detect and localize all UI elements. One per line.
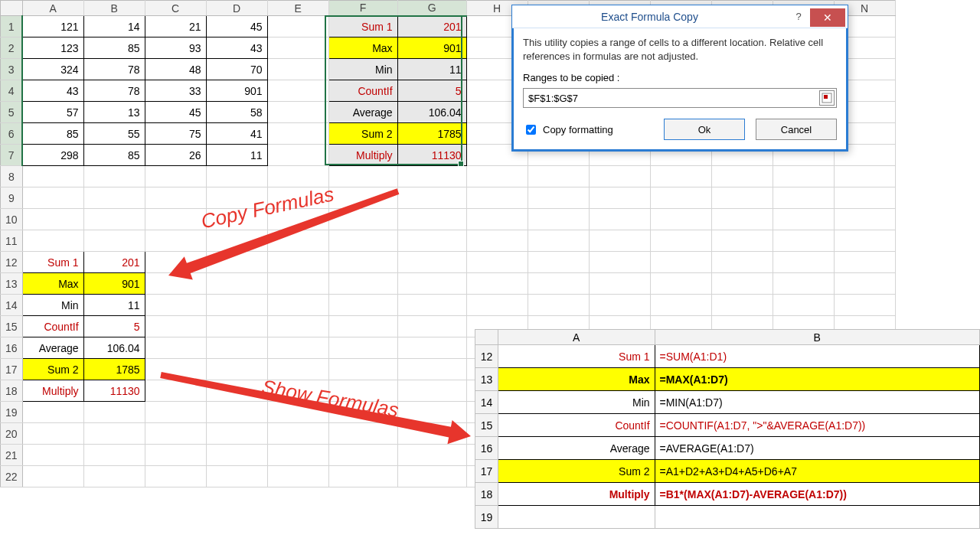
cell[interactable] bbox=[267, 380, 328, 402]
cell[interactable]: 201 bbox=[83, 252, 145, 273]
cell[interactable] bbox=[83, 402, 145, 423]
column-header[interactable]: B bbox=[83, 1, 145, 16]
cell[interactable] bbox=[206, 316, 267, 337]
cell[interactable]: =A1+D2+A3+D4+A5+D6+A7 bbox=[655, 460, 979, 483]
cell[interactable]: 78 bbox=[83, 59, 145, 80]
cell[interactable] bbox=[397, 423, 466, 445]
cell[interactable]: 106.04 bbox=[397, 102, 466, 123]
cell[interactable] bbox=[397, 466, 466, 487]
column-header[interactable]: A bbox=[22, 1, 83, 16]
cell[interactable] bbox=[834, 295, 895, 316]
cell[interactable] bbox=[711, 252, 773, 273]
row-header[interactable]: 17 bbox=[475, 460, 498, 483]
row-header[interactable]: 7 bbox=[1, 145, 23, 166]
cell[interactable] bbox=[328, 423, 397, 445]
cell[interactable]: 11130 bbox=[83, 380, 145, 402]
cell[interactable] bbox=[397, 252, 466, 273]
cell[interactable] bbox=[22, 166, 83, 187]
cell[interactable]: 201 bbox=[397, 16, 466, 37]
range-picker-icon[interactable] bbox=[819, 90, 835, 106]
cell[interactable] bbox=[328, 209, 397, 230]
cell[interactable] bbox=[267, 187, 328, 209]
cell[interactable]: 21 bbox=[145, 16, 206, 37]
cell[interactable] bbox=[206, 252, 267, 273]
cell[interactable] bbox=[22, 187, 83, 209]
row-header[interactable]: 12 bbox=[475, 345, 498, 368]
cell[interactable] bbox=[397, 273, 466, 295]
cell[interactable]: 5 bbox=[397, 80, 466, 102]
cell[interactable] bbox=[650, 230, 711, 252]
cell[interactable] bbox=[397, 295, 466, 316]
cell[interactable] bbox=[328, 466, 397, 487]
cell[interactable] bbox=[145, 187, 206, 209]
row-header[interactable]: 13 bbox=[1, 273, 23, 295]
cell[interactable] bbox=[834, 230, 895, 252]
cell[interactable] bbox=[267, 359, 328, 380]
cell[interactable] bbox=[328, 295, 397, 316]
row-header[interactable]: 1 bbox=[1, 16, 23, 37]
cell[interactable] bbox=[267, 466, 328, 487]
cell[interactable] bbox=[397, 445, 466, 466]
cell[interactable] bbox=[466, 295, 528, 316]
row-header[interactable]: 16 bbox=[1, 337, 23, 359]
row-header[interactable]: 2 bbox=[1, 37, 23, 59]
row-header[interactable]: 5 bbox=[1, 102, 23, 123]
cell[interactable] bbox=[834, 252, 895, 273]
cell[interactable] bbox=[650, 187, 711, 209]
cell[interactable] bbox=[397, 402, 466, 423]
cell[interactable]: 13 bbox=[83, 102, 145, 123]
column-header[interactable]: D bbox=[206, 1, 267, 16]
column-header[interactable]: A bbox=[498, 330, 655, 345]
cell[interactable] bbox=[206, 380, 267, 402]
cell[interactable] bbox=[145, 337, 206, 359]
cell[interactable]: Sum 2 bbox=[498, 460, 655, 483]
help-icon[interactable]: ? bbox=[787, 5, 810, 28]
cell[interactable] bbox=[206, 359, 267, 380]
cell[interactable] bbox=[83, 166, 145, 187]
row-header[interactable]: 10 bbox=[1, 209, 23, 230]
cell[interactable] bbox=[267, 252, 328, 273]
cell[interactable] bbox=[145, 466, 206, 487]
column-header[interactable]: G bbox=[397, 1, 466, 16]
cell[interactable] bbox=[773, 187, 834, 209]
cell[interactable] bbox=[528, 209, 589, 230]
cell[interactable] bbox=[267, 166, 328, 187]
cell[interactable]: 41 bbox=[206, 123, 267, 145]
cell[interactable] bbox=[589, 187, 650, 209]
cell[interactable] bbox=[267, 37, 328, 59]
cell[interactable] bbox=[206, 230, 267, 252]
cell[interactable] bbox=[145, 230, 206, 252]
cell[interactable] bbox=[528, 230, 589, 252]
ok-button[interactable]: Ok bbox=[664, 119, 745, 140]
cell[interactable]: 901 bbox=[397, 37, 466, 59]
cell[interactable] bbox=[206, 295, 267, 316]
cell[interactable] bbox=[328, 359, 397, 380]
cell[interactable]: Multiply bbox=[328, 145, 397, 166]
cell[interactable] bbox=[711, 209, 773, 230]
cell[interactable] bbox=[328, 187, 397, 209]
cell[interactable] bbox=[145, 209, 206, 230]
cell[interactable] bbox=[834, 273, 895, 295]
cell[interactable] bbox=[773, 166, 834, 187]
cell[interactable] bbox=[83, 423, 145, 445]
cell[interactable]: 901 bbox=[206, 80, 267, 102]
cell[interactable] bbox=[589, 166, 650, 187]
cell[interactable] bbox=[267, 230, 328, 252]
row-header[interactable]: 14 bbox=[1, 295, 23, 316]
cell[interactable]: 26 bbox=[145, 145, 206, 166]
cell[interactable] bbox=[22, 466, 83, 487]
cell[interactable]: CountIf bbox=[328, 80, 397, 102]
row-header[interactable]: 12 bbox=[1, 252, 23, 273]
cell[interactable] bbox=[267, 209, 328, 230]
row-header[interactable]: 4 bbox=[1, 80, 23, 102]
cell[interactable]: 55 bbox=[83, 123, 145, 145]
cell[interactable] bbox=[145, 423, 206, 445]
cell[interactable]: 123 bbox=[22, 37, 83, 59]
cell[interactable] bbox=[145, 445, 206, 466]
cell[interactable]: =MIN(A1:D7) bbox=[655, 391, 979, 414]
cell[interactable]: 43 bbox=[22, 80, 83, 102]
row-header[interactable]: 19 bbox=[1, 402, 23, 423]
column-header[interactable]: B bbox=[655, 330, 979, 345]
cell[interactable] bbox=[834, 209, 895, 230]
cell[interactable] bbox=[528, 252, 589, 273]
